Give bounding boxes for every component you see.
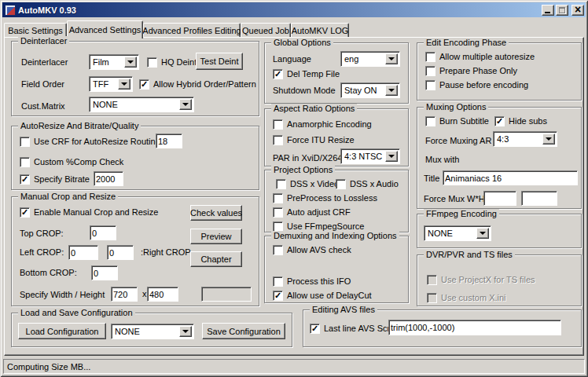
- group-title: Aspect Ratio Options: [271, 104, 357, 114]
- par-value: 4:3 NTSC: [344, 151, 384, 162]
- load-configuration-button[interactable]: Load Configuration: [18, 323, 106, 339]
- bitrate-input[interactable]: [94, 171, 123, 186]
- deinterlacer-dropdown[interactable]: Film: [89, 54, 139, 70]
- chevron-down-icon[interactable]: [118, 79, 130, 90]
- mux-with-label: Mux with: [425, 155, 459, 165]
- group-title: Project Options: [271, 165, 335, 175]
- hq-deint-label: HQ Deint: [161, 57, 197, 67]
- chevron-down-icon[interactable]: [385, 85, 398, 96]
- crf-value-input[interactable]: [156, 134, 182, 148]
- prepare-only-checkbox[interactable]: [425, 66, 435, 76]
- use-crf-checkbox[interactable]: [20, 137, 30, 147]
- custom-comp-checkbox[interactable]: [20, 157, 30, 167]
- chevron-down-icon[interactable]: [476, 228, 489, 239]
- hide-subs-row: ✓ Hide subs: [494, 115, 547, 126]
- force-muxing-ar-value: 4:3: [497, 134, 541, 145]
- process-ifo-checkbox[interactable]: [273, 276, 283, 287]
- top-crop-input[interactable]: [90, 225, 116, 240]
- avs-check-checkbox[interactable]: [273, 245, 283, 255]
- chevron-down-icon[interactable]: [124, 57, 137, 68]
- tab-queued-job[interactable]: Queued Job: [241, 23, 291, 38]
- hide-subs-checkbox[interactable]: ✓: [494, 116, 505, 126]
- burn-subtitle-checkbox[interactable]: [425, 116, 435, 126]
- group-title: Load and Save Configuration: [18, 308, 135, 318]
- height-input[interactable]: [147, 287, 178, 302]
- bottom-crop-input[interactable]: [91, 265, 118, 280]
- group-title: AutoResize And Bitrate/Quality: [18, 121, 141, 131]
- group-title: FFmpeg Encoding: [424, 209, 499, 219]
- dss-audio-checkbox[interactable]: [336, 179, 346, 189]
- ffmpegsource-checkbox[interactable]: [273, 221, 283, 232]
- chevron-down-icon[interactable]: [385, 151, 398, 162]
- group-autoresize: AutoResize And Bitrate/Quality Use CRF f…: [11, 126, 259, 190]
- field-order-dropdown[interactable]: TFF: [89, 76, 133, 92]
- pause-before-label: Pause before encoding: [439, 80, 528, 90]
- del-temp-checkbox[interactable]: ✓: [273, 69, 283, 79]
- configuration-dropdown[interactable]: NONE: [111, 324, 194, 339]
- bottom-crop-label: Bottom CROP:: [20, 268, 77, 278]
- avs-check-row: Allow AVS check: [273, 244, 351, 255]
- tab-advanced-settings[interactable]: Advanced Settings: [67, 20, 143, 38]
- group-load-save: Load and Save Configuration Load Configu…: [11, 313, 292, 347]
- ffmpeg-encoding-dropdown[interactable]: NONE: [424, 225, 491, 241]
- left-crop-input[interactable]: [68, 245, 98, 260]
- burn-subtitle-row: Burn Subtitle: [425, 115, 489, 126]
- automkv-window: AutoMKV 0.93 Basic Settings Advanced Set…: [0, 0, 588, 377]
- language-dropdown[interactable]: eng: [340, 51, 400, 67]
- check-values-button[interactable]: Check values: [190, 205, 242, 221]
- avs-script-input[interactable]: [388, 320, 561, 335]
- tab-automkv-log[interactable]: AutoMKV LOG: [291, 23, 349, 38]
- allow-hybrid-row: ✓ Allow Hybrid Order/Pattern: [139, 79, 256, 90]
- last-line-checkbox[interactable]: ✓: [310, 324, 320, 334]
- anamorphic-checkbox[interactable]: [273, 119, 283, 130]
- force-itu-label: Force ITU Resize: [287, 135, 355, 145]
- chevron-down-icon[interactable]: [542, 134, 555, 145]
- specify-bitrate-checkbox[interactable]: ✓: [20, 174, 30, 185]
- save-configuration-button[interactable]: Save Configuration: [202, 323, 285, 339]
- right-crop-input[interactable]: [107, 245, 134, 260]
- multi-autoresize-checkbox[interactable]: [425, 52, 435, 62]
- chevron-down-icon[interactable]: [385, 53, 398, 64]
- delaycut-checkbox[interactable]: ✓: [273, 291, 283, 301]
- enable-crop-checkbox[interactable]: ✓: [20, 207, 30, 218]
- chapter-button[interactable]: Chapter: [190, 251, 242, 267]
- group-title: Deinterlacer: [18, 36, 69, 46]
- force-mux-width-input[interactable]: [483, 191, 516, 206]
- pause-before-row: Pause before encoding: [425, 79, 528, 90]
- hide-subs-label: Hide subs: [509, 116, 547, 126]
- prepare-only-label: Prepare Phase Only: [439, 66, 517, 75]
- preprocess-checkbox[interactable]: [273, 193, 283, 203]
- tab-advanced-profiles-editing[interactable]: Advanced Profiles Editing: [143, 23, 241, 38]
- close-button[interactable]: [571, 5, 584, 16]
- preview-button[interactable]: Preview: [190, 229, 242, 244]
- shutdown-mode-dropdown[interactable]: Stay ON: [340, 82, 400, 98]
- par-dropdown[interactable]: 4:3 NTSC: [340, 148, 400, 164]
- hq-deint-checkbox[interactable]: [147, 57, 157, 68]
- mux-title-input[interactable]: [443, 170, 578, 185]
- auto-crf-label: Auto adjust CRF: [287, 207, 351, 217]
- maximize-button[interactable]: [556, 5, 568, 16]
- chevron-down-icon[interactable]: [179, 99, 192, 110]
- test-deint-button[interactable]: Test Deint: [196, 53, 243, 70]
- del-temp-label: Del Temp File: [287, 69, 340, 79]
- dss-video-checkbox[interactable]: [276, 179, 286, 189]
- ffmpeg-encoding-value: NONE: [428, 228, 475, 239]
- chevron-down-icon[interactable]: [179, 326, 192, 337]
- ffmpegsource-label: Use FFmpegSource: [287, 221, 364, 231]
- force-mux-height-input[interactable]: [521, 191, 557, 206]
- cust-matrix-dropdown[interactable]: NONE: [89, 97, 194, 112]
- top-crop-label: Top CROP:: [20, 229, 64, 239]
- pause-before-checkbox[interactable]: [425, 80, 435, 90]
- auto-crf-checkbox[interactable]: [273, 207, 283, 218]
- language-value: eng: [344, 53, 384, 64]
- width-input[interactable]: [111, 287, 138, 302]
- group-ffmpeg-encoding: FFmpeg Encoding NONE: [417, 214, 582, 248]
- width-height-label: Specify Width / Height: [20, 290, 105, 300]
- configuration-value: NONE: [115, 326, 178, 337]
- group-global-options: Global Options Language eng ✓ Del Temp F…: [264, 42, 409, 104]
- force-itu-checkbox[interactable]: [273, 135, 283, 145]
- force-muxing-ar-dropdown[interactable]: 4:3: [493, 131, 557, 147]
- size-readout-field: [201, 287, 252, 302]
- allow-hybrid-checkbox[interactable]: ✓: [139, 79, 149, 90]
- minimize-button[interactable]: [542, 5, 554, 16]
